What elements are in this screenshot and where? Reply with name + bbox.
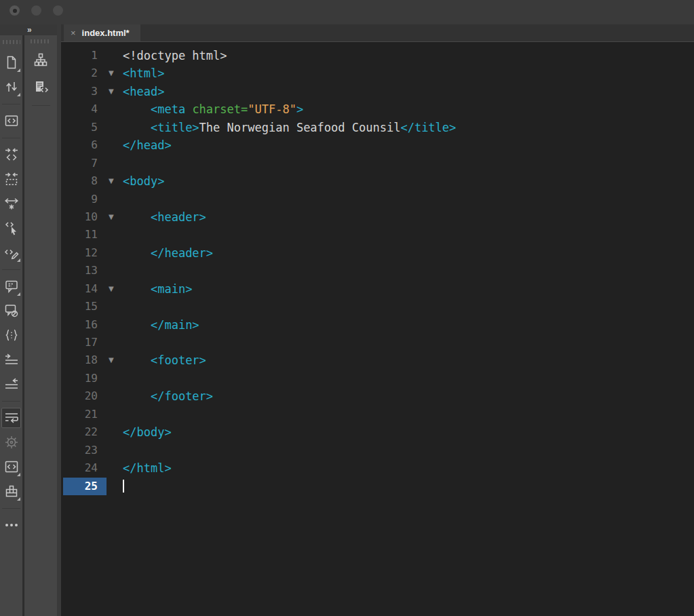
edit-tag-button[interactable] <box>0 240 22 265</box>
more-options-button[interactable] <box>0 513 22 537</box>
apply-comment-button[interactable] <box>0 274 22 299</box>
code-line[interactable]: 2▼<html> <box>61 64 694 82</box>
code-line[interactable]: 15 <box>61 298 694 315</box>
code-text[interactable]: </body> <box>123 423 172 441</box>
line-number[interactable]: 15 <box>63 298 107 315</box>
code-line[interactable]: 22</body> <box>61 423 694 441</box>
code-line[interactable]: 14▼ <main> <box>61 280 694 298</box>
line-number[interactable]: 18 <box>63 351 107 369</box>
indent-button[interactable] <box>0 347 22 372</box>
code-text[interactable]: </main> <box>123 316 199 334</box>
line-number[interactable]: 20 <box>63 387 107 405</box>
expand-all-button[interactable] <box>0 191 22 216</box>
code-line[interactable]: 12 </header> <box>61 244 694 262</box>
code-text[interactable]: </header> <box>123 244 213 262</box>
fold-arrow-icon[interactable]: ▼ <box>107 64 123 82</box>
line-number[interactable]: 25 <box>63 478 107 495</box>
line-number[interactable]: 19 <box>63 370 107 387</box>
dom-panel-button[interactable] <box>24 46 57 73</box>
code-line[interactable]: 19 <box>61 370 694 387</box>
select-parent-tag-button[interactable] <box>0 216 22 240</box>
insert-grid-button[interactable] <box>0 479 22 503</box>
line-number[interactable]: 5 <box>63 119 107 136</box>
fold-arrow-icon[interactable]: ▼ <box>107 83 123 100</box>
code-text[interactable]: <head> <box>123 83 164 100</box>
line-number[interactable]: 4 <box>63 100 107 118</box>
outdent-button[interactable] <box>0 372 22 396</box>
fold-arrow-icon[interactable]: ▼ <box>107 172 123 190</box>
line-number[interactable]: 13 <box>63 262 107 280</box>
code-text[interactable]: </html> <box>123 459 172 477</box>
fold-arrow-icon[interactable]: ▼ <box>107 351 123 369</box>
code-text[interactable]: <!doctype html> <box>123 47 227 64</box>
code-editor[interactable]: 1<!doctype html>2▼<html>3▼<head>4 <meta … <box>61 42 694 616</box>
code-line[interactable]: 20 </footer> <box>61 387 694 405</box>
minimize-window-button[interactable] <box>31 5 41 16</box>
file-get-put-button[interactable] <box>0 75 22 99</box>
close-window-button[interactable] <box>9 5 20 16</box>
code-line[interactable]: 9 <box>61 191 694 208</box>
line-number[interactable]: 10 <box>63 208 107 226</box>
code-line[interactable]: 11 <box>61 226 694 244</box>
code-text[interactable]: </head> <box>123 136 172 154</box>
code-line[interactable]: 25 <box>61 478 694 495</box>
code-text[interactable]: <footer> <box>123 351 206 369</box>
snippets-panel-button[interactable] <box>24 73 57 100</box>
line-number[interactable]: 21 <box>63 406 107 423</box>
zoom-window-button[interactable] <box>53 5 63 16</box>
code-text[interactable]: <body> <box>123 172 164 190</box>
line-number[interactable]: 23 <box>63 442 107 459</box>
code-line[interactable]: 21 <box>61 406 694 423</box>
code-line[interactable]: 8▼<body> <box>61 172 694 190</box>
code-text[interactable]: </footer> <box>123 387 213 405</box>
new-file-button[interactable] <box>0 50 22 75</box>
code-line[interactable]: 16 </main> <box>61 316 694 334</box>
code-text[interactable]: <header> <box>123 208 206 226</box>
code-line[interactable]: 13 <box>61 262 694 280</box>
code-line[interactable]: 3▼<head> <box>61 83 694 100</box>
line-number[interactable]: 6 <box>63 136 107 154</box>
line-number[interactable]: 12 <box>63 244 107 262</box>
code-line[interactable]: 6</head> <box>61 136 694 154</box>
word-wrap-button[interactable] <box>0 406 22 430</box>
code-line[interactable]: 1<!doctype html> <box>61 47 694 64</box>
fold-arrow-icon[interactable]: ▼ <box>107 208 123 226</box>
flyout-indicator-icon <box>17 69 20 72</box>
code-line[interactable]: 23 <box>61 442 694 459</box>
line-number[interactable]: 14 <box>63 280 107 298</box>
line-number[interactable]: 22 <box>63 423 107 441</box>
line-number[interactable]: 17 <box>63 334 107 351</box>
balance-braces-button[interactable] <box>0 323 22 347</box>
line-number[interactable]: 8 <box>63 172 107 190</box>
line-number[interactable]: 16 <box>63 316 107 334</box>
tab-index-html[interactable]: ×index.html* <box>64 24 140 41</box>
code-line[interactable]: 4 <meta charset="UTF-8"> <box>61 100 694 118</box>
expand-panels-icon[interactable]: » <box>27 25 33 35</box>
line-number[interactable]: 1 <box>63 47 107 64</box>
code-text[interactable]: <title>The Norwegian Seafood Counsil</ti… <box>123 119 456 136</box>
code-text[interactable] <box>123 478 124 495</box>
code-text[interactable]: <main> <box>123 280 192 298</box>
line-number[interactable]: 3 <box>63 83 107 100</box>
code-line[interactable]: 7 <box>61 155 694 172</box>
code-text[interactable]: <html> <box>123 64 164 82</box>
collapse-selection-button[interactable] <box>0 167 22 191</box>
line-number[interactable]: 24 <box>63 459 107 477</box>
collapse-full-tag-button[interactable] <box>0 142 22 167</box>
remove-comment-button[interactable] <box>0 299 22 323</box>
source-code-button[interactable] <box>0 455 22 479</box>
line-number[interactable]: 9 <box>63 191 107 208</box>
line-number[interactable]: 11 <box>63 226 107 244</box>
code-line[interactable]: 17 <box>61 334 694 351</box>
code-line[interactable]: 18▼ <footer> <box>61 351 694 369</box>
fold-gutter <box>107 100 123 118</box>
fold-arrow-icon[interactable]: ▼ <box>107 280 123 298</box>
code-window-button[interactable] <box>0 109 22 133</box>
line-number[interactable]: 2 <box>63 64 107 82</box>
tab-close-icon[interactable]: × <box>71 28 76 37</box>
code-line[interactable]: 24</html> <box>61 459 694 477</box>
code-line[interactable]: 5 <title>The Norwegian Seafood Counsil</… <box>61 119 694 136</box>
code-text[interactable]: <meta charset="UTF-8"> <box>123 100 303 118</box>
line-number[interactable]: 7 <box>63 155 107 172</box>
code-line[interactable]: 10▼ <header> <box>61 208 694 226</box>
